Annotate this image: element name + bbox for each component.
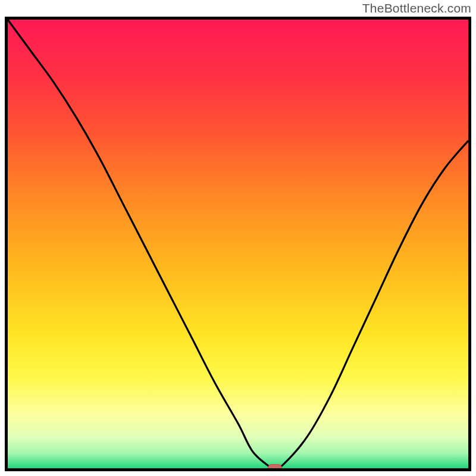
- plot-frame: [5, 17, 471, 471]
- plot-svg: [8, 20, 468, 468]
- chart-container: TheBottleneck.com: [0, 0, 476, 476]
- optimal-point-marker: [268, 464, 282, 471]
- plot-background: [8, 20, 468, 468]
- watermark-text: TheBottleneck.com: [362, 1, 471, 15]
